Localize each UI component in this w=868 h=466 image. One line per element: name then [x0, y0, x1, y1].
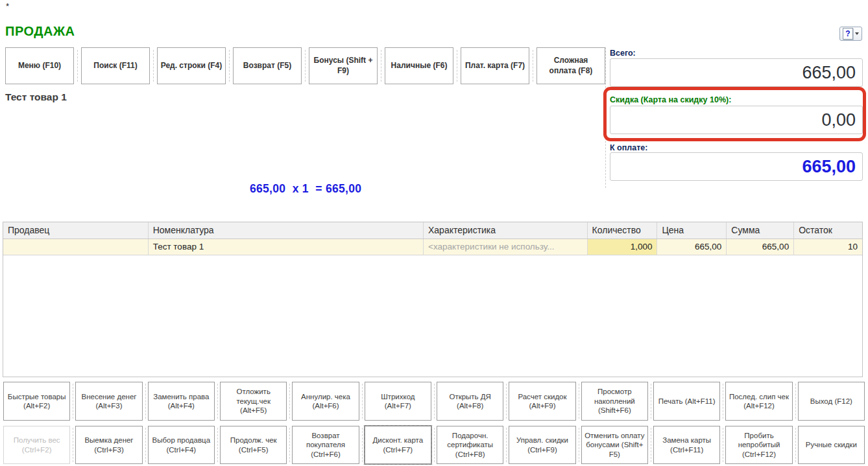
payment-card-button[interactable]: Плат. карта (F7) — [461, 47, 529, 84]
column-header-price[interactable]: Цена — [657, 222, 727, 239]
totals-panel: Всего: 665,00 Скидка (Карта на скидку 10… — [610, 47, 863, 185]
cell-price[interactable]: 665,00 — [657, 239, 727, 255]
panel-splitter — [605, 47, 606, 188]
cell-characteristic[interactable]: <характеристики не использу... — [424, 239, 588, 255]
quick-goods-button[interactable]: Быстрые товары (Alt+F2) — [3, 382, 70, 421]
payable-field[interactable]: 665,00 — [610, 152, 863, 181]
postpone-receipt-button[interactable]: Отложить текущ.чек (Alt+F5) — [220, 382, 287, 421]
deposit-money-button[interactable]: Внесение денег (Alt+F3) — [75, 382, 142, 421]
bottom-toolbar-row1: Быстрые товары (Alt+F2) Внесение денег (… — [3, 382, 865, 421]
help-button[interactable]: ? — [839, 27, 862, 41]
column-header-characteristic[interactable]: Характеристика — [424, 222, 588, 239]
punch-unpunched-button[interactable]: Пробить непробитый (Ctrl+F12) — [725, 426, 792, 464]
payable-label: К оплате: — [610, 143, 647, 152]
cell-quantity[interactable]: 1,000 — [588, 239, 658, 255]
calc-discounts-button[interactable]: Расчет скидок (Alt+F9) — [509, 382, 575, 421]
column-header-remainder[interactable]: Остаток — [794, 222, 862, 239]
exit-button[interactable]: Выход (F12) — [798, 382, 865, 421]
replace-card-button[interactable]: Замена карты (Ctrl+F11) — [653, 426, 720, 464]
view-accumulations-button[interactable]: Просмотр накоплений (Shift+F6) — [581, 382, 648, 421]
cash-button[interactable]: Наличные (F6) — [385, 47, 453, 84]
payable-value: 665,00 — [802, 157, 856, 177]
help-icon: ? — [843, 28, 853, 40]
discount-card-button[interactable]: Дисконт. карта (Ctrl+F7) — [365, 426, 431, 464]
annul-receipt-button[interactable]: Аннулир. чека (Alt+F6) — [292, 382, 359, 421]
cell-remainder[interactable]: 10 — [794, 239, 862, 255]
line-calculation-text: 665,00 x 1 = 665,00 — [250, 182, 361, 196]
table-header-row: Продавец Номенклатура Характеристика Кол… — [3, 222, 862, 239]
edit-line-button[interactable]: Ред. строки (F4) — [157, 47, 226, 84]
cell-nomenclature[interactable]: Тест товар 1 — [149, 239, 424, 255]
payment-toolbar: Меню (F10) Поиск (F11) Ред. строки (F4) … — [5, 47, 605, 84]
gift-certificates-button[interactable]: Подарочн. сертификаты (Ctrl+F8) — [437, 426, 503, 464]
unsaved-changes-marker: * — [6, 1, 9, 11]
last-slip-receipt-button[interactable]: Послед. слип чек (Alt+F12) — [725, 382, 792, 421]
open-cash-drawer-button[interactable]: Открыть ДЯ (Alt+F8) — [437, 382, 503, 421]
customer-return-button[interactable]: Возврат покупателя (Ctrl+F6) — [292, 426, 359, 464]
cell-sum[interactable]: 665,00 — [727, 239, 794, 255]
barcode-button[interactable]: Штрихкод (Alt+F7) — [365, 382, 431, 421]
cell-seller[interactable] — [3, 239, 149, 255]
column-header-nomenclature[interactable]: Номенклатура — [149, 222, 424, 239]
manage-discounts-button[interactable]: Управл. скидки (Ctrl+F9) — [509, 426, 575, 464]
total-field[interactable]: 665,00 — [610, 58, 863, 87]
table-row[interactable]: Тест товар 1 <характеристики не использу… — [3, 239, 862, 255]
bottom-toolbar-row2: Получить вес (Ctrl+F2) Выемка денег (Ctr… — [3, 426, 865, 464]
bonuses-button[interactable]: Бонусы (Shift + F9) — [309, 47, 378, 84]
menu-button[interactable]: Меню (F10) — [5, 47, 74, 84]
change-rights-button[interactable]: Заменить права (Alt+F4) — [148, 382, 215, 421]
get-weight-button: Получить вес (Ctrl+F2) — [3, 426, 70, 464]
return-button[interactable]: Возврат (F5) — [233, 47, 302, 84]
search-button[interactable]: Поиск (F11) — [81, 47, 150, 84]
discount-field[interactable]: 0,00 — [610, 106, 863, 134]
cancel-bonus-payment-button[interactable]: Отменить оплату бонусами (Shift+ F5) — [581, 426, 648, 464]
column-header-quantity[interactable]: Количество — [588, 222, 658, 239]
current-product-name: Тест товар 1 — [5, 91, 67, 103]
pos-sale-screen: * ПРОДАЖА ? Меню (F10) Поиск (F11) Ред. … — [0, 0, 868, 466]
discount-label: Скидка (Карта на скидку 10%): — [610, 95, 731, 104]
manual-discounts-button[interactable]: Ручные скидки — [798, 426, 865, 464]
column-header-sum[interactable]: Сумма — [727, 222, 794, 239]
column-header-seller[interactable]: Продавец — [3, 222, 149, 239]
receipt-items-table: Продавец Номенклатура Характеристика Кол… — [3, 222, 863, 377]
continue-receipt-button[interactable]: Продолж. чек (Ctrl+F5) — [220, 426, 287, 464]
total-label: Всего: — [610, 49, 636, 58]
page-title: ПРОДАЖА — [5, 24, 75, 39]
withdraw-money-button[interactable]: Выемка денег (Ctrl+F3) — [75, 426, 142, 464]
chevron-down-icon — [855, 32, 859, 35]
print-button[interactable]: Печать (Alt+F11) — [653, 382, 720, 421]
select-seller-button[interactable]: Выбор продавца (Ctrl+F4) — [148, 426, 215, 464]
complex-payment-button[interactable]: Сложная оплата (F8) — [536, 47, 605, 84]
